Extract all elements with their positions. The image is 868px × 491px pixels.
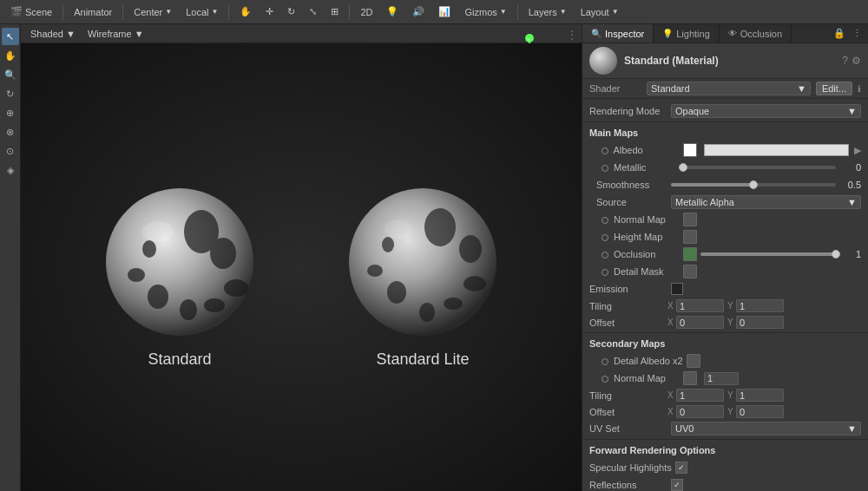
svg-point-34 [367,265,383,277]
normal-texture[interactable] [683,213,697,226]
standard-label: Standard [148,350,211,369]
uv-dropdown-arrow: ▼ [847,423,857,434]
lock-btn[interactable]: 🔒 [831,26,848,41]
light-button[interactable]: 💡 [381,4,404,19]
svg-point-25 [142,221,174,242]
layout-button[interactable]: Layout ▼ [575,5,624,19]
detail-mask-row: Detail Mask [582,263,868,280]
emission-color[interactable] [671,283,683,295]
hand-tool[interactable]: ✋ [234,4,257,19]
wireframe-dropdown[interactable]: Wireframe ▼ [83,28,148,40]
sec-offset-x-input[interactable] [676,405,724,418]
normal-map-row: Normal Map [582,211,868,228]
offset-y-input[interactable] [736,316,784,329]
tiling-row: Tiling X Y [582,298,868,314]
audio-button[interactable]: 🔊 [407,4,430,19]
uv-set-dropdown[interactable]: UV0 ▼ [671,422,861,435]
tool6[interactable]: ⊗ [2,123,19,141]
viewport-header: Shaded ▼ Wireframe ▼ [21,24,582,43]
more-btn[interactable]: ⋮ [850,26,865,41]
sec-offset-y-input[interactable] [736,405,784,418]
svg-point-22 [224,279,248,297]
sec-tiling-x-input[interactable] [676,389,724,402]
layers-button[interactable]: Layers ▼ [523,5,572,19]
viewport: Shaded ▼ Wireframe ▼ ⋮ X Y Z [21,24,582,491]
viewport-canvas: Standard [21,43,582,491]
albedo-color[interactable] [704,144,849,156]
layers-chevron: ▼ [560,8,567,16]
detail-texture[interactable] [683,265,697,278]
tiling-label: Tiling [589,301,667,311]
move-view-tool[interactable]: ✋ [2,47,19,64]
tab-inspector[interactable]: 🔍 Inspector [582,24,654,43]
tab-end-controls: 🔒 ⋮ [827,24,868,43]
scene-tab[interactable]: 🎬 Scene [5,4,57,19]
albedo-texture[interactable] [683,143,697,157]
reflections-label: Reflections [589,480,667,490]
tool8[interactable]: ◈ [2,161,19,179]
orbit-tool[interactable]: ↻ [2,85,19,102]
2d-button[interactable]: 2D [355,5,378,19]
shaded-dropdown[interactable]: Shaded ▼ [26,28,80,40]
material-preview [589,47,617,75]
main-layout: ↖ ✋ 🔍 ↻ ⊕ ⊗ ⊙ ◈ Shaded ▼ Wireframe ▼ ⋮ X [0,24,868,491]
dropdown-arrow: ▼ [797,83,806,94]
standard-sphere [102,184,258,340]
detail-albedo-label: Detail Albedo x2 [589,356,683,366]
dropdown-arrow-2: ▼ [847,106,857,116]
detail-normal-label: Normal Map [589,373,680,383]
reflections-checkbox[interactable]: ✓ [671,479,683,491]
tiling-y-input[interactable] [736,299,784,312]
top-bar: 🎬 Scene Animator Center ▼ Local ▼ ✋ ✛ ↻ … [0,0,868,24]
svg-point-21 [142,240,156,258]
svg-point-20 [180,299,197,320]
tool7[interactable]: ⊙ [2,142,19,160]
source-dropdown[interactable]: Metallic Alpha ▼ [671,195,861,209]
radio-occlusion [602,252,608,259]
scale-tool[interactable]: ⤡ [304,4,322,19]
tab-lighting[interactable]: 💡 Lighting [654,24,720,43]
rendering-mode-dropdown[interactable]: Opaque ▼ [671,104,861,118]
sec-tiling-fields: X Y [667,389,861,402]
detail-normal-value[interactable] [704,372,739,385]
help-icon[interactable]: ? [842,55,848,67]
settings-icon[interactable]: ⚙ [852,55,861,67]
move-tool[interactable]: ✛ [260,4,279,19]
local-dropdown[interactable]: Local ▼ [181,5,223,19]
occlusion-slider[interactable]: 1 [700,249,861,259]
sec-tiling-y-field: Y [727,389,784,402]
shader-dropdown[interactable]: Standard ▼ [647,82,811,95]
height-texture[interactable] [683,230,697,244]
select-tool[interactable]: ↖ [2,28,19,45]
detail-mask-label: Detail Mask [589,266,680,277]
specular-checkbox[interactable]: ✓ [675,462,687,474]
smoothness-row: Smoothness 0.5 [582,176,868,193]
detail-albedo-texture[interactable] [687,354,700,368]
inspector-panel: 🔍 Inspector 💡 Lighting 👁 Occlusion 🔒 ⋮ S… [582,24,868,491]
info-icon: ℹ [858,84,861,94]
divider-main-maps [582,121,868,122]
zoom-tool[interactable]: 🔍 [2,66,19,83]
source-row: Source Metallic Alpha ▼ [582,193,868,211]
rotate-tool[interactable]: ↻ [282,4,300,19]
occlusion-texture[interactable] [683,247,697,261]
svg-point-24 [204,298,225,312]
edit-button[interactable]: Edit... [816,82,852,95]
animator-tab[interactable]: Animator [69,5,117,19]
center-dropdown[interactable]: Center ▼ [128,5,177,19]
sec-tiling-y-input[interactable] [736,389,784,402]
smoothness-slider[interactable]: 0.5 [671,180,861,190]
metallic-label: Metallic [589,162,680,173]
rect-tool[interactable]: ⊞ [326,4,344,19]
detail-normal-texture[interactable] [683,371,697,385]
svg-point-23 [128,268,145,282]
metallic-slider[interactable]: 0 [683,162,861,173]
gizmos-button[interactable]: Gizmos ▼ [459,5,511,19]
stats-button[interactable]: 📊 [433,4,456,19]
tab-occlusion[interactable]: 👁 Occlusion [720,24,792,43]
sec-tiling-label: Tiling [589,390,667,401]
tool5[interactable]: ⊕ [2,104,19,121]
offset-x-input[interactable] [676,316,724,329]
tiling-x-input[interactable] [676,299,724,312]
viewport-menu[interactable]: ⋮ [566,28,578,42]
